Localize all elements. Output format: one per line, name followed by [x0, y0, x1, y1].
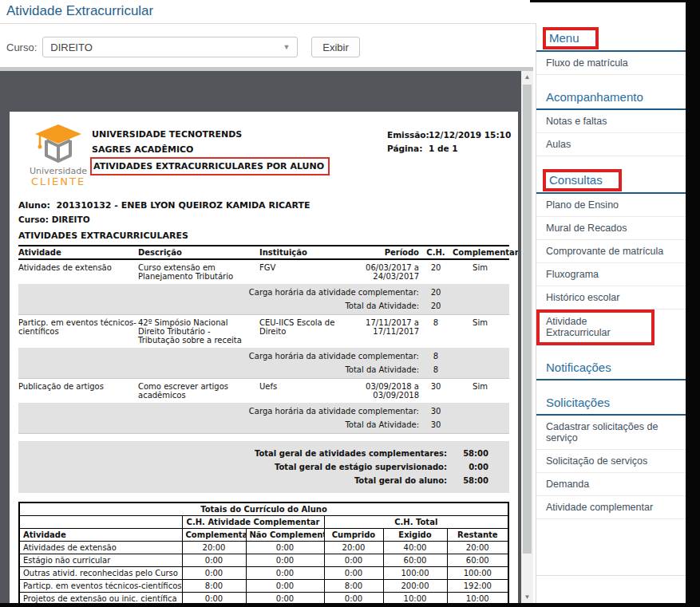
total-atividade-value: 20 [419, 302, 453, 310]
activity-hours: 8 [419, 318, 453, 345]
sidebar-item[interactable]: Mural de Recados [536, 217, 686, 240]
carga-label: Carga horária da atividade complementar: [18, 352, 419, 361]
totals-data-cell: Atividades de extensão [19, 542, 182, 554]
sidebar-item[interactable]: Atividade Extracurricular [536, 309, 655, 345]
activity-description: Curso extensão em Planejamento Tributári… [138, 263, 259, 281]
activities-section-title: ATIVIDADES EXTRACURRICULARES [18, 231, 509, 241]
logo-caption-2: CLIENTE [26, 175, 90, 187]
totals-data-cell: 20:00 [182, 542, 246, 554]
aluno-value: 201310132 - ENEB LYON QUEIROZ KAMIDA RIC… [57, 200, 310, 211]
totals-data-cell: Projetos de extensão ou inic. científica [19, 593, 182, 605]
totals-data-cell: 192:00 [447, 580, 508, 593]
sidebar-item[interactable]: Notas e faltas [536, 110, 686, 133]
activity-subtotal-band: Carga horária da atividade complementar:… [18, 348, 509, 379]
sidebar-item[interactable]: Plano de Ensino [536, 194, 686, 217]
report-viewer: Universidade CLIENTE UNIVERSIDADE TECNOT… [0, 67, 533, 604]
sidebar-item[interactable]: Histórico escolar [536, 286, 686, 309]
emissao-label: Emissão: [387, 128, 429, 142]
totals-header-cell: Cumprido [324, 529, 383, 542]
course-line: Curso: DIREITO [18, 215, 509, 224]
scroll-down-icon[interactable]: ▼ [521, 591, 533, 604]
subtotal-line: Total da Atividade: 30 [18, 418, 509, 432]
totals-data-cell: 0:00 [324, 567, 383, 580]
scrollbar-thumb[interactable] [523, 85, 532, 554]
totals-header-cell: Restante [447, 529, 508, 542]
sidebar-item[interactable]: Aulas [536, 133, 686, 156]
sidebar-section-title: Solicitações [546, 396, 610, 409]
total-atividade-label: Total da Atividade: [18, 302, 419, 310]
report-scrollbar[interactable]: ▲ ▼ [521, 71, 533, 604]
grand-total-value: 58:00 [447, 476, 488, 485]
activity-subtotal-band: Carga horária da atividade complementar:… [18, 403, 509, 434]
grand-total-line: Total geral do aluno: 58:00 [18, 474, 509, 487]
sidebar: Menu Fluxo de matrícula Acompanhamento N… [536, 23, 686, 603]
scroll-up-icon[interactable]: ▲ [521, 71, 533, 84]
report-title-annotation: ATIVIDADES EXTRACURRICULARES POR ALUNO [90, 157, 330, 175]
activity-complementar: Sim [453, 382, 508, 400]
totals-table-title: Totais do Currículo do Aluno [19, 503, 508, 516]
page-title: Atividade Extracurricular [6, 3, 153, 19]
subtotal-line: Carga horária da atividade complementar:… [18, 404, 509, 418]
totals-data-cell: Outras ativid. reconhecidas pelo Curso [19, 567, 182, 580]
totals-data-cell: 8:00 [324, 580, 383, 593]
sidebar-section-title: Notificações [546, 361, 611, 374]
totals-data-cell: 0:00 [246, 554, 324, 567]
pagina-value: 1 de 1 [429, 144, 458, 153]
activity-row-group: Publicação de artigos Como escrever arti… [18, 379, 509, 434]
app-window: Atividade Extracurricular Curso: DIREITO… [0, 0, 700, 607]
emissao-value: 12/12/2019 15:10 [429, 130, 511, 140]
totals-data-cell: 60:00 [447, 554, 508, 567]
totals-data-cell: 0:00 [182, 554, 246, 567]
sidebar-item[interactable]: Demanda [536, 473, 686, 496]
sidebar-item[interactable]: Fluxograma [536, 263, 686, 286]
sidebar-section: Acompanhamento Notas e faltasAulas [536, 85, 686, 156]
totals-data-cell: 60:00 [383, 554, 447, 567]
grand-total-line: Total geral de atividades complementares… [18, 447, 509, 460]
total-atividade-label: Total da Atividade: [18, 420, 419, 429]
totals-data-cell: 20:00 [447, 542, 508, 554]
curso-select[interactable]: DIREITO ▼ [42, 37, 298, 57]
org-line-1: UNIVERSIDADE TECNOTRENDS [92, 127, 330, 142]
total-atividade-value: 30 [419, 420, 453, 429]
frame-right-edge [686, 0, 700, 607]
activities-table-body: Atividades de extensão Curso extensão em… [18, 260, 509, 434]
totals-data-cell: 100:00 [447, 567, 508, 580]
totals-data-cell: Particp. em eventos técnicos-científicos [19, 580, 182, 593]
sidebar-item[interactable]: Fluxo de matrícula [536, 52, 686, 75]
carga-value: 20 [419, 288, 453, 297]
activity-period: 06/03/2017 a 24/03/2017 [347, 263, 419, 281]
col-header-atividade: Atividade [18, 248, 138, 257]
col-header-periodo: Período [347, 248, 419, 257]
col-header-complementar: Complementar [453, 248, 508, 257]
activity-name: Publicação de artigos [18, 382, 138, 400]
subtotal-line: Carga horária da atividade complementar:… [18, 286, 509, 299]
sidebar-section-items: Notas e faltasAulas [536, 110, 686, 156]
totals-data-cell: Estágio não curricular [19, 554, 182, 567]
totals-data-row: Projetos de extensão ou inic. científica… [19, 593, 508, 605]
toolbar: Curso: DIREITO ▼ Exibir [6, 37, 360, 57]
curso-label: Curso: [6, 41, 37, 53]
sidebar-item[interactable]: Solicitação de serviços [536, 450, 686, 473]
totals-data-cell: 200:00 [383, 580, 447, 593]
grand-total-value: 58:00 [447, 449, 488, 458]
frame-bottom-edge [0, 603, 700, 607]
col-header-ch: C.H. [419, 248, 453, 257]
totals-data-cell: 10:00 [447, 593, 508, 605]
report-header: Universidade CLIENTE UNIVERSIDADE TECNOT… [18, 122, 509, 192]
sidebar-item[interactable]: Comprovante de matrícula [536, 240, 686, 263]
sidebar-item[interactable]: Atividade complementar [536, 496, 686, 519]
grand-total-label: Total geral de atividades complementares… [18, 449, 447, 458]
activity-complementar: Sim [453, 318, 508, 345]
exibir-button[interactable]: Exibir [311, 37, 360, 57]
sidebar-section-title: Consultas [543, 169, 622, 191]
subtotal-line: Total da Atividade: 8 [18, 363, 509, 376]
curso-report-label: Curso: [18, 215, 49, 224]
totals-data-row: Particp. em eventos técnicos-científicos… [19, 580, 508, 593]
report-page: Universidade CLIENTE UNIVERSIDADE TECNOT… [10, 112, 518, 604]
totals-data-cell: 0:00 [246, 593, 324, 605]
sidebar-item[interactable]: Cadastrar solicitações de serviço [536, 416, 686, 450]
report-title: ATIVIDADES EXTRACURRICULARES POR ALUNO [93, 161, 324, 171]
aluno-label: Aluno: [18, 200, 50, 211]
pagina-label: Página: [387, 142, 429, 156]
totals-header-cell: Complementar [182, 529, 246, 542]
